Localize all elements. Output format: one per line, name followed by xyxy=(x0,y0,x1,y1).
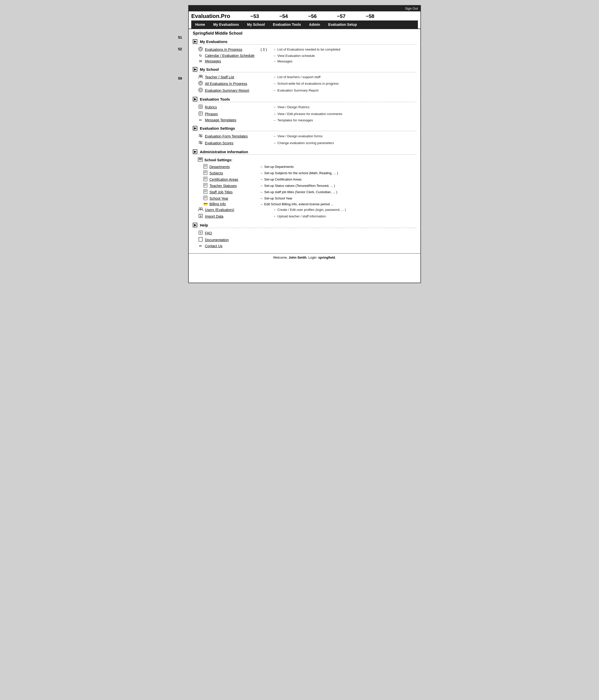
nav-bar: Home My Evaluations My School Evaluation… xyxy=(191,21,418,29)
section-my-school-label: My School xyxy=(200,67,219,72)
my-school-box-icon: ▶ xyxy=(193,67,197,72)
menu-teacher-statuses[interactable]: Teacher Statuses ← Set-up Status values … xyxy=(193,182,416,189)
staff-job-titles-icon xyxy=(203,189,208,195)
school-settings-label: School Settings: xyxy=(193,156,416,164)
message-templates-icon: ✏ xyxy=(198,118,203,122)
menu-message-templates[interactable]: ✏ Message Templates ← Templates for mess… xyxy=(193,117,416,123)
nav-admin[interactable]: Admin xyxy=(305,21,324,29)
menu-certification-areas[interactable]: Certification Areas ← Set-up Certificati… xyxy=(193,176,416,182)
message-templates-desc: ← Templates for messages xyxy=(273,118,313,122)
billing-info-desc: ← Edit School Billing info, extend licen… xyxy=(260,202,333,206)
menu-users-evaluators[interactable]: Users (Evaluators) ← Create / Edit user … xyxy=(193,206,416,213)
menu-evaluation-form-templates[interactable]: Evaluation Form Templates ← View / Desig… xyxy=(193,133,416,140)
menu-phrases[interactable]: Phrases ← View / Edit phrases for evalua… xyxy=(193,110,416,117)
annotation-59: 59 xyxy=(178,76,188,80)
all-evaluations-desc: ← School-wide list of evaluations in pro… xyxy=(273,82,339,85)
messages-icon: ✉ xyxy=(198,59,203,63)
footer-welcome: Welcome, xyxy=(273,256,289,259)
rubrics-desc: ← View / Design Rubrics xyxy=(273,105,310,109)
rubrics-icon xyxy=(198,104,203,110)
svg-point-22 xyxy=(199,141,201,143)
certification-areas-icon xyxy=(203,177,208,182)
menu-subjects[interactable]: Subjects ← Set-up Subjects for the schoo… xyxy=(193,170,416,176)
nav-evaluation-setup[interactable]: Evaluation Setup xyxy=(324,21,361,29)
menu-documentation[interactable]: Documentation xyxy=(193,236,416,243)
nav-home[interactable]: Home xyxy=(191,21,209,29)
evaluation-summary-icon xyxy=(198,88,203,93)
svg-rect-50 xyxy=(203,196,207,200)
eval-scores-label: Evaluation Scores xyxy=(205,141,261,145)
logo-row: Evaluation.Pro −53 −54 −56 −57 −58 xyxy=(191,13,418,20)
phrases-label: Phrases xyxy=(205,112,261,116)
eval-tools-box-icon: ▶ xyxy=(193,97,197,101)
svg-rect-60 xyxy=(199,238,202,242)
nav-num-54: −54 xyxy=(279,14,288,19)
footer-period: . xyxy=(335,256,336,259)
subjects-icon xyxy=(203,170,208,176)
nav-my-school[interactable]: My School xyxy=(243,21,269,29)
import-data-desc: ← Upload teacher / staff information xyxy=(273,215,326,218)
teacher-statuses-label: Teacher Statuses xyxy=(210,184,260,188)
svg-point-23 xyxy=(200,143,202,144)
menu-billing-info[interactable]: 💳 Billing Info ← Edit School Billing inf… xyxy=(193,201,416,206)
eval-settings-box-icon: ▶ xyxy=(193,126,197,130)
logo-text: Evaluation.Pro xyxy=(191,13,230,19)
nav-num-53: −53 xyxy=(250,14,259,19)
users-evaluators-desc: ← Create / Edit user profiles (login, pa… xyxy=(273,208,346,211)
menu-all-evaluations-in-progress[interactable]: All Evaluations In Progress ← School-wid… xyxy=(193,80,416,87)
nav-num-57: −57 xyxy=(337,14,345,19)
menu-teacher-staff-list[interactable]: Teacher / Staff List ← List of teachers … xyxy=(193,74,416,80)
menu-rubrics[interactable]: Rubrics ← View / Design Rubrics xyxy=(193,104,416,110)
signout-button[interactable]: Sign Out xyxy=(405,6,418,10)
all-evaluations-icon xyxy=(198,81,203,86)
evaluation-summary-label: Evaluation Summary Report xyxy=(205,89,261,93)
menu-school-year[interactable]: School Year ← Set-up School Year xyxy=(193,195,416,201)
evaluation-summary-desc: ← Evaluation Summary Report xyxy=(273,89,318,92)
menu-evaluation-scores[interactable]: Evaluation Scores ← Change evaluation sc… xyxy=(193,140,416,146)
users-evaluators-label: Users (Evaluators) xyxy=(205,208,261,212)
menu-import-data[interactable]: Import Data ← Upload teacher / staff inf… xyxy=(193,213,416,220)
menu-contact-us[interactable]: ✏ Contact Us xyxy=(193,243,416,249)
menu-messages[interactable]: ✉ Messages ← Messages xyxy=(193,58,416,64)
section-evaluation-settings: ▶ Evaluation Settings xyxy=(193,126,416,130)
teacher-staff-desc: ← List of teachers / support staff xyxy=(273,75,320,79)
menu-calendar-evaluation[interactable]: ↻ Calendar / Evaluation Schedule ← View … xyxy=(193,53,416,58)
nav-evaluation-tools[interactable]: Evaluation Tools xyxy=(269,21,305,29)
section-my-evaluations-label: My Evaluations xyxy=(200,40,227,44)
subjects-desc: ← Set-up Subjects for the school (Math, … xyxy=(260,171,338,175)
eval-form-templates-icon xyxy=(198,133,203,139)
billing-info-label: Billing Info xyxy=(210,202,260,206)
app-logo: Evaluation.Pro xyxy=(191,13,230,20)
import-data-label: Import Data xyxy=(205,215,261,219)
menu-staff-job-titles[interactable]: Staff Job Titles ← Set-up staff job titl… xyxy=(193,189,416,195)
staff-job-titles-label: Staff Job Titles xyxy=(210,190,260,194)
svg-rect-29 xyxy=(199,158,202,160)
messages-desc: ← Messages xyxy=(273,59,292,63)
left-annotations: 51 52 59 xyxy=(178,5,188,85)
menu-faq[interactable]: ? FAQ xyxy=(193,229,416,236)
svg-point-4 xyxy=(201,75,202,77)
admin-info-box-icon: ▶ xyxy=(193,149,197,154)
menu-evaluations-in-progress[interactable]: Evaluations In Progress ( 3 ) ← List of … xyxy=(193,46,416,53)
departments-label: Departments xyxy=(210,165,260,169)
billing-info-icon: 💳 xyxy=(203,202,208,206)
faq-label: FAQ xyxy=(205,231,261,235)
calendar-icon: ↻ xyxy=(198,54,203,58)
section-admin-info: ▶ Administrative Information xyxy=(193,149,416,154)
menu-departments[interactable]: Departments ← Set-up Departments xyxy=(193,164,416,170)
teacher-staff-label: Teacher / Staff List xyxy=(205,75,261,79)
contact-us-icon: ✏ xyxy=(198,244,203,248)
footer-login-text: . Login: xyxy=(307,256,318,259)
certification-areas-desc: ← Set-up Certification Areas xyxy=(260,177,302,181)
nav-my-evaluations[interactable]: My Evaluations xyxy=(209,21,243,29)
section-evaluation-tools: ▶ Evaluation Tools xyxy=(193,97,416,101)
certification-areas-label: Certification Areas xyxy=(210,177,260,181)
nav-num-56: −56 xyxy=(308,14,317,19)
annotation-52: 52 xyxy=(178,47,188,51)
subjects-label: Subjects xyxy=(210,171,260,175)
svg-point-17 xyxy=(200,136,202,137)
departments-icon xyxy=(203,164,208,169)
menu-evaluation-summary-report[interactable]: Evaluation Summary Report ← Evaluation S… xyxy=(193,87,416,94)
calendar-evaluation-label: Calendar / Evaluation Schedule xyxy=(205,54,261,58)
documentation-label: Documentation xyxy=(205,238,261,242)
